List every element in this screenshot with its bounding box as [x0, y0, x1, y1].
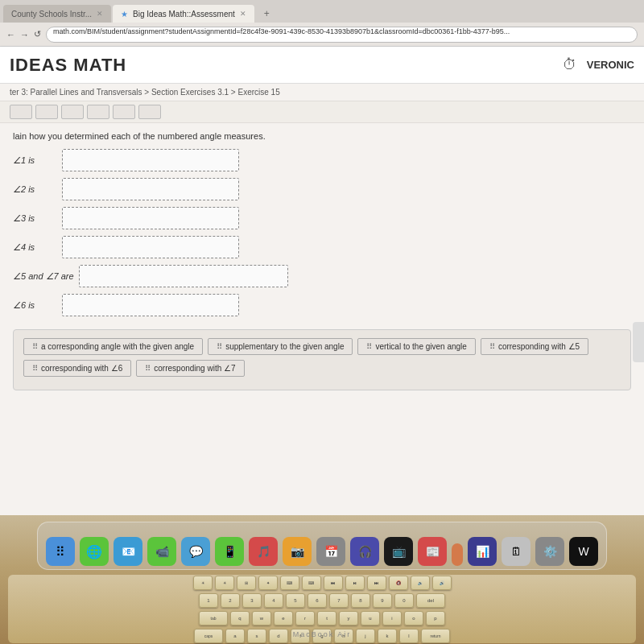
- angle-input-3[interactable]: [62, 207, 239, 229]
- dock-system-icon: ⚙️: [543, 545, 557, 558]
- angle-row-2: ∠2 is: [13, 178, 631, 200]
- key-f9[interactable]: ⏭: [367, 576, 386, 590]
- tab-bigideas-close[interactable]: ✕: [240, 10, 246, 18]
- key-q[interactable]: q: [230, 611, 250, 625]
- dock-appletv-icon: 📺: [392, 545, 406, 558]
- dock-area: ⠿ 🌐 📧 📹 💬 📱 🎵 📷 �: [0, 515, 644, 644]
- dock-system[interactable]: ⚙️: [535, 537, 564, 566]
- dock-numbers[interactable]: 📊: [468, 537, 497, 566]
- header-right: ⏱ VERONIC: [563, 56, 634, 73]
- key-f10[interactable]: 🔇: [389, 576, 408, 590]
- ex-tab-4[interactable]: [87, 105, 109, 119]
- chip-vertical[interactable]: ⠿ vertical to the given angle: [357, 338, 475, 355]
- key-f11[interactable]: 🔉: [411, 576, 430, 590]
- key-4[interactable]: 4: [264, 593, 283, 608]
- tab-county-close[interactable]: ✕: [97, 10, 103, 18]
- dock-mail[interactable]: 📧: [114, 537, 142, 566]
- dock-finder[interactable]: 📅: [316, 537, 345, 566]
- key-t[interactable]: t: [317, 611, 336, 625]
- tab-bigideas-icon: ★: [121, 10, 128, 19]
- key-8[interactable]: 8: [351, 593, 370, 608]
- angle-input-5[interactable]: [79, 265, 288, 287]
- key-l[interactable]: l: [399, 629, 419, 643]
- angle-input-4[interactable]: [62, 236, 239, 258]
- key-9[interactable]: 9: [373, 593, 392, 608]
- angle-input-6[interactable]: [62, 294, 239, 316]
- key-7[interactable]: 7: [329, 593, 349, 608]
- angle-row-5: ∠5 and ∠7 are: [13, 265, 631, 287]
- chip-corr-7[interactable]: ⠿ corresponding with ∠7: [136, 360, 244, 377]
- key-d[interactable]: d: [269, 629, 288, 643]
- key-j[interactable]: j: [356, 629, 375, 643]
- dock-chrome[interactable]: 🌐: [80, 537, 109, 566]
- key-delete[interactable]: del: [416, 593, 445, 608]
- chip-corresponding[interactable]: ⠿ a corresponding angle with the given a…: [23, 338, 203, 355]
- tab-bigideas-label: Big Ideas Math::Assessment: [133, 10, 235, 19]
- chip-corr-6[interactable]: ⠿ corresponding with ∠6: [23, 360, 131, 377]
- key-caps[interactable]: caps: [194, 629, 223, 643]
- key-f5[interactable]: ⌨: [280, 576, 299, 590]
- key-r[interactable]: r: [295, 611, 315, 625]
- key-5[interactable]: 5: [286, 593, 305, 608]
- key-f12[interactable]: 🔊: [432, 576, 452, 590]
- key-f2[interactable]: ☀: [215, 576, 234, 590]
- key-3[interactable]: 3: [242, 593, 262, 608]
- key-return[interactable]: return: [421, 629, 450, 643]
- key-f1[interactable]: ☀: [193, 576, 213, 590]
- key-6[interactable]: 6: [308, 593, 327, 608]
- key-1[interactable]: 1: [199, 593, 218, 608]
- dock-launchpad[interactable]: ⠿: [46, 537, 75, 566]
- dock-news[interactable]: 📰: [418, 537, 447, 566]
- key-f8[interactable]: ⏯: [345, 576, 365, 590]
- key-2[interactable]: 2: [221, 593, 240, 608]
- key-f4[interactable]: ✦: [258, 576, 278, 590]
- dock-photos[interactable]: 📷: [283, 537, 312, 566]
- ex-tab-3[interactable]: [61, 105, 84, 119]
- key-a[interactable]: a: [225, 629, 245, 643]
- ex-tab-2[interactable]: [35, 105, 58, 119]
- user-name: VERONIC: [587, 59, 634, 71]
- dock-chrome-icon: 🌐: [86, 544, 102, 559]
- key-i[interactable]: i: [382, 611, 402, 625]
- chip-supplementary[interactable]: ⠿ supplementary to the given angle: [208, 338, 353, 355]
- key-f3[interactable]: ⊞: [237, 576, 256, 590]
- angle-input-2[interactable]: [62, 178, 239, 200]
- dock-messages[interactable]: 💬: [181, 537, 210, 566]
- key-f7[interactable]: ⏮: [324, 576, 343, 590]
- nav-back[interactable]: ←: [6, 30, 15, 39]
- key-0[interactable]: 0: [394, 593, 414, 608]
- chips-container: ⠿ a corresponding angle with the given a…: [13, 329, 631, 390]
- key-s[interactable]: s: [247, 629, 266, 643]
- key-k[interactable]: k: [378, 629, 397, 643]
- address-input[interactable]: math.com/BIM/student/assignment?studentA…: [46, 27, 638, 43]
- dock-appletv[interactable]: 📺: [384, 537, 413, 566]
- ex-tab-1[interactable]: [10, 105, 32, 119]
- nav-refresh[interactable]: ↺: [34, 29, 41, 39]
- chip-corr-5[interactable]: ⠿ corresponding with ∠5: [481, 338, 588, 355]
- key-f6[interactable]: ⌨: [302, 576, 321, 590]
- dock-phone[interactable]: 📱: [215, 537, 244, 566]
- breadcrumb: ter 3: Parallel Lines and Transversals >…: [0, 84, 644, 101]
- dock-music[interactable]: 🎵: [249, 537, 278, 566]
- ex-tab-5[interactable]: [113, 105, 135, 119]
- tab-new[interactable]: +: [256, 5, 278, 23]
- tab-bigideas[interactable]: ★ Big Ideas Math::Assessment ✕: [113, 5, 254, 23]
- timer-icon[interactable]: ⏱: [563, 56, 577, 73]
- ex-tab-6[interactable]: [138, 105, 161, 119]
- key-tab[interactable]: tab: [199, 611, 228, 625]
- side-button[interactable]: [633, 322, 644, 362]
- tab-county[interactable]: County Schools Instr... ✕: [3, 5, 111, 23]
- dock-word[interactable]: W: [569, 537, 598, 566]
- key-u[interactable]: u: [361, 611, 380, 625]
- key-o[interactable]: o: [404, 611, 423, 625]
- key-y[interactable]: y: [339, 611, 358, 625]
- dock-podcast[interactable]: 🎧: [350, 537, 379, 566]
- key-w[interactable]: w: [252, 611, 271, 625]
- nav-forward[interactable]: →: [20, 30, 29, 39]
- screen: County Schools Instr... ✕ ★ Big Ideas Ma…: [0, 0, 644, 515]
- angle-input-1[interactable]: [62, 149, 239, 171]
- key-e[interactable]: e: [274, 611, 293, 625]
- key-p[interactable]: p: [426, 611, 445, 625]
- dock-facetime[interactable]: 📹: [147, 537, 176, 566]
- dock-calendar[interactable]: 🗓: [502, 537, 530, 566]
